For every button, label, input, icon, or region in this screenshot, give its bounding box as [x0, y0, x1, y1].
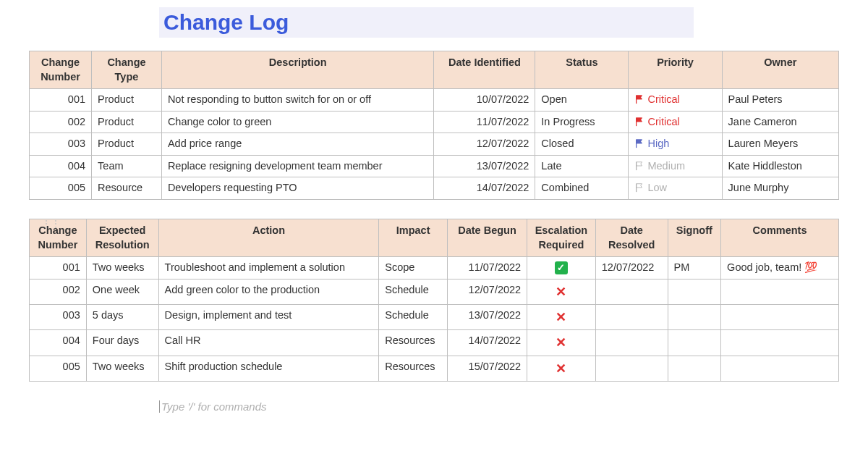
- cross-icon: ✕: [556, 310, 566, 324]
- page-title: Change Log: [159, 7, 694, 38]
- table-row[interactable]: 001Two weeksTroubleshoot and implement a…: [30, 257, 839, 279]
- cell-date-resolved: [595, 279, 668, 304]
- cell-change-number: 003: [30, 133, 92, 156]
- cell-change-number: 001: [30, 89, 92, 112]
- cell-action: Shift production schedule: [158, 356, 379, 381]
- cell-signoff: [668, 356, 721, 381]
- cell-priority: Critical: [629, 89, 722, 112]
- cell-date-resolved: [595, 330, 668, 356]
- col-comments: Comments: [721, 219, 839, 256]
- page: Change Log Change Number Change Type Des…: [0, 0, 868, 427]
- cell-date-resolved: [595, 356, 668, 381]
- cell-comments: Good job, team! 💯: [721, 257, 839, 279]
- col-status: Status: [535, 51, 629, 89]
- cross-icon: ✕: [556, 361, 566, 376]
- cell-expected-resolution: Two weeks: [86, 257, 158, 279]
- cell-description: Replace resigning development team membe…: [161, 155, 434, 177]
- cell-change-number: 004: [30, 155, 92, 177]
- col-action: Action: [158, 219, 379, 256]
- table-row[interactable]: 001ProductNot responding to button switc…: [30, 89, 839, 112]
- col-priority: Priority: [629, 51, 722, 89]
- cell-escalation: ✕: [527, 356, 596, 381]
- col-expected-resolution: Expected Resolution: [86, 219, 158, 256]
- table-row[interactable]: 005Two weeksShift production scheduleRes…: [30, 356, 839, 381]
- cell-date-begun: 12/07/2022: [447, 279, 527, 304]
- cross-icon: ✕: [556, 335, 566, 350]
- col-date-begun: Date Begun: [447, 219, 527, 256]
- cell-impact: Resources: [379, 330, 448, 356]
- col-date-resolved: Date Resolved: [595, 219, 668, 256]
- cell-change-number: 002: [30, 111, 92, 133]
- table-row[interactable]: 0035 daysDesign, implement and testSched…: [30, 304, 839, 329]
- cell-change-number: 002: [30, 279, 87, 304]
- cell-signoff: PM: [668, 257, 721, 279]
- table-row[interactable]: 005ResourceDevelopers requesting PTO14/0…: [30, 177, 839, 200]
- cell-priority: High: [629, 133, 722, 156]
- table-row[interactable]: 004Four daysCall HRResources14/07/2022✕: [30, 330, 839, 356]
- flag-icon: Medium: [634, 160, 685, 172]
- cell-description: Not responding to button switch for on o…: [161, 89, 434, 112]
- table-row[interactable]: 004TeamReplace resigning development tea…: [30, 155, 839, 177]
- cell-change-type: Product: [92, 111, 162, 133]
- cell-comments: [721, 304, 839, 329]
- table-row[interactable]: 002One weekAdd green color to the produc…: [30, 279, 839, 304]
- cell-priority: Critical: [629, 111, 722, 133]
- cross-icon: ✕: [556, 285, 566, 299]
- cell-change-number: 005: [30, 356, 87, 381]
- cell-escalation: ✕: [527, 330, 596, 356]
- cell-date-identified: 12/07/2022: [434, 133, 535, 156]
- check-icon: ✓: [555, 261, 568, 274]
- col-owner: Owner: [722, 51, 838, 89]
- cell-date-identified: 14/07/2022: [434, 177, 535, 200]
- flag-icon: Critical: [634, 116, 679, 127]
- command-input[interactable]: Type '/' for commands: [159, 400, 839, 413]
- cell-expected-resolution: 5 days: [86, 304, 158, 329]
- change-log-table-2: Change Number Expected Resolution Action…: [29, 219, 839, 382]
- cell-description: Add price range: [161, 133, 434, 156]
- cell-priority: Low: [629, 177, 722, 200]
- cell-impact: Scope: [379, 257, 448, 279]
- cell-date-identified: 13/07/2022: [434, 155, 535, 177]
- cell-comments: [721, 356, 839, 381]
- drag-handle-icon[interactable]: ⋮⋮: [42, 219, 61, 229]
- cell-action: Add green color to the production: [158, 279, 379, 304]
- cell-change-type: Team: [92, 155, 162, 177]
- cell-owner: Jane Cameron: [722, 111, 838, 133]
- cell-description: Developers requesting PTO: [161, 177, 434, 200]
- cell-action: Call HR: [158, 330, 379, 356]
- flag-icon: High: [634, 138, 669, 149]
- cell-action: Troubleshoot and implement a solution: [158, 257, 379, 279]
- cell-expected-resolution: Two weeks: [86, 356, 158, 381]
- cell-owner: Lauren Meyers: [722, 133, 838, 156]
- cell-escalation: ✕: [527, 279, 596, 304]
- cell-expected-resolution: One week: [86, 279, 158, 304]
- cell-signoff: [668, 304, 721, 329]
- cell-impact: Schedule: [379, 304, 448, 329]
- table1-header-row: Change Number Change Type Description Da…: [30, 51, 839, 89]
- change-log-table-1: Change Number Change Type Description Da…: [29, 51, 839, 200]
- cell-date-resolved: 12/07/2022: [595, 257, 668, 279]
- cell-expected-resolution: Four days: [86, 330, 158, 356]
- col-change-type: Change Type: [92, 51, 162, 89]
- cell-status: Open: [535, 89, 629, 112]
- cell-change-number: 005: [30, 177, 92, 200]
- cell-date-identified: 11/07/2022: [434, 111, 535, 133]
- table-row[interactable]: 002ProductChange color to green11/07/202…: [30, 111, 839, 133]
- cell-owner: Kate Hiddleston: [722, 155, 838, 177]
- cell-change-type: Product: [92, 133, 162, 156]
- cell-escalation: ✕: [527, 304, 596, 329]
- cell-escalation: ✓: [527, 257, 596, 279]
- cell-status: Closed: [535, 133, 629, 156]
- title-block: Change Log: [159, 7, 839, 38]
- cell-change-number: 003: [30, 304, 87, 329]
- cell-change-number: 001: [30, 257, 87, 279]
- cell-status: In Progress: [535, 111, 629, 133]
- cell-date-resolved: [595, 304, 668, 329]
- cell-comments: [721, 279, 839, 304]
- cell-status: Late: [535, 155, 629, 177]
- col-signoff: Signoff: [668, 219, 721, 256]
- flag-icon: Low: [634, 182, 667, 193]
- cell-impact: Schedule: [379, 279, 448, 304]
- cell-date-begun: 11/07/2022: [447, 257, 527, 279]
- table-row[interactable]: 003ProductAdd price range12/07/2022Close…: [30, 133, 839, 156]
